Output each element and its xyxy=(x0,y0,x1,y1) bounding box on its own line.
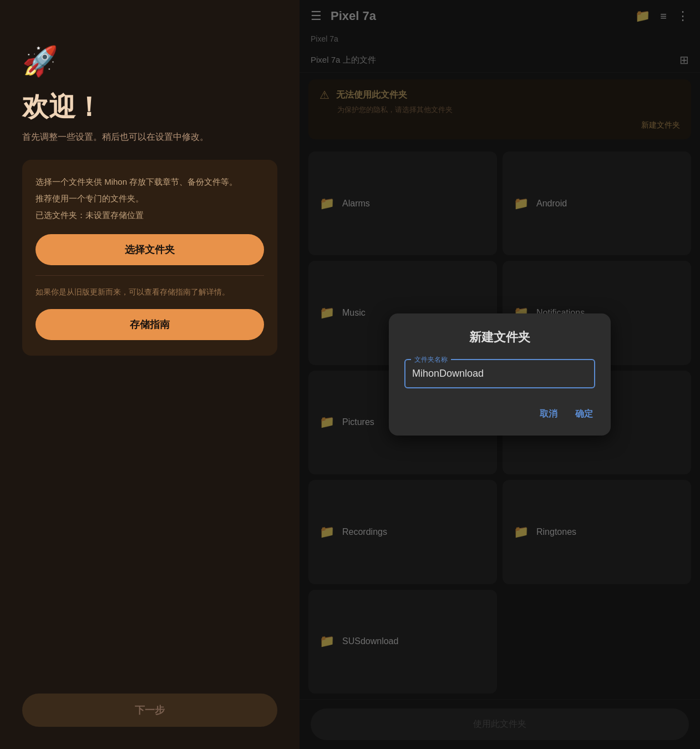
settings-card: 选择一个文件夹供 Mihon 存放下载章节、备份文件等。 推荐使用一个专门的文件… xyxy=(22,160,277,356)
welcome-title: 欢迎！ xyxy=(22,89,102,125)
rocket-icon: 🚀 xyxy=(22,44,58,78)
right-panel: ☰ Pixel 7a 📁 ≡ ⋮ Pixel 7a Pixel 7a 上的文件 … xyxy=(300,0,700,749)
card-line2: 推荐使用一个专门的文件夹。 xyxy=(35,192,264,205)
welcome-subtitle: 首先调整一些设置。稍后也可以在设置中修改。 xyxy=(22,131,209,143)
new-folder-dialog: 新建文件夹 文件夹名称 取消 确定 xyxy=(389,313,611,436)
dialog-field-label: 文件夹名称 xyxy=(411,355,451,365)
selected-folder-label: 已选文件夹：未设置存储位置 xyxy=(35,209,264,222)
dialog-overlay: 新建文件夹 文件夹名称 取消 确定 xyxy=(300,0,700,749)
dialog-input-wrapper: 文件夹名称 xyxy=(404,359,595,388)
card-line1: 选择一个文件夹供 Mihon 存放下载章节、备份文件等。 xyxy=(35,175,264,189)
dialog-actions: 取消 确定 xyxy=(404,404,595,424)
dialog-cancel-button[interactable]: 取消 xyxy=(537,404,560,424)
divider xyxy=(35,275,264,276)
bottom-next-area: 下一步 xyxy=(22,694,277,727)
choose-folder-button[interactable]: 选择文件夹 xyxy=(35,234,264,265)
left-panel: 🚀 欢迎！ 首先调整一些设置。稍后也可以在设置中修改。 选择一个文件夹供 Mih… xyxy=(0,0,300,749)
update-note: 如果你是从旧版更新而来，可以查看存储指南了解详情。 xyxy=(35,286,264,298)
dialog-title: 新建文件夹 xyxy=(404,329,595,346)
dialog-confirm-button[interactable]: 确定 xyxy=(573,404,595,424)
storage-guide-button[interactable]: 存储指南 xyxy=(35,309,264,340)
next-button: 下一步 xyxy=(22,694,277,727)
